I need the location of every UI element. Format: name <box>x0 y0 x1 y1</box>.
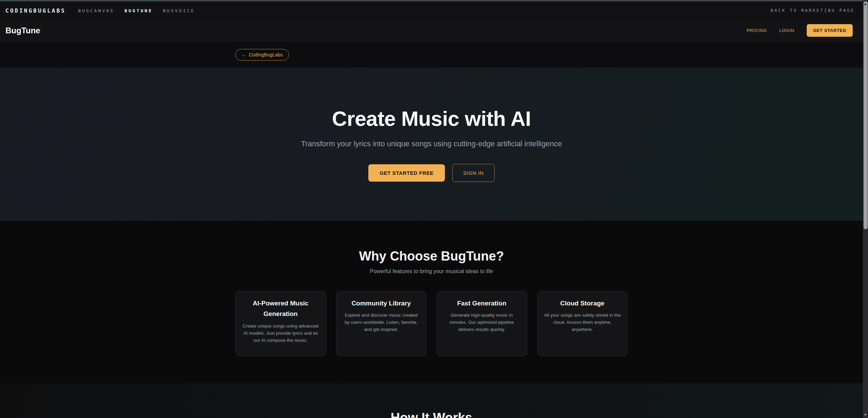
feature-card-description: Explore and discover music created by us… <box>342 312 420 333</box>
breadcrumb-strip: ← CodingBugLabs <box>0 41 863 68</box>
back-to-marketing-link[interactable]: BACK TO MARKETING PAGE <box>771 8 855 13</box>
scrollbar-thumb[interactable] <box>864 1 868 229</box>
pricing-link[interactable]: PRICING <box>746 28 767 33</box>
features-section: Why Choose BugTune? Powerful features to… <box>0 221 863 383</box>
page-content: CODINGBUGLABS BUGCANVAS BUGTUNE BUGVOICE… <box>0 0 863 418</box>
feature-card-title: Cloud Storage <box>544 298 622 308</box>
labs-nav-bar: CODINGBUGLABS BUGCANVAS BUGTUNE BUGVOICE… <box>0 1 863 20</box>
feature-card-title: Fast Generation <box>443 298 521 308</box>
feature-card-title: Community Library <box>342 298 420 308</box>
features-subheading: Powerful features to bring your musical … <box>0 268 863 274</box>
labs-link-bugcanvas[interactable]: BUGCANVAS <box>78 8 114 13</box>
feature-card-description: Generate high-quality music in minutes. … <box>443 312 521 333</box>
scrollbar-down-arrow-icon[interactable] <box>864 414 867 416</box>
app-header-nav: PRICING LOGIN GET STARTED <box>746 24 853 37</box>
feature-card-title: AI-Powered Music Generation <box>242 298 320 319</box>
login-link[interactable]: LOGIN <box>779 28 794 33</box>
feature-card-fast-generation: Fast Generation Generate high-quality mu… <box>436 291 527 356</box>
feature-card-description: Create unique songs using advanced AI mo… <box>242 323 320 344</box>
how-it-works-section: How It Works <box>0 383 863 418</box>
feature-card-description: All your songs are safely stored in the … <box>544 312 622 333</box>
hero-section: Create Music with AI Transform your lyri… <box>0 68 863 221</box>
page: CODINGBUGLABS BUGCANVAS BUGTUNE BUGVOICE… <box>0 0 868 418</box>
labs-link-bugtune[interactable]: BUGTUNE <box>125 8 153 13</box>
breadcrumb-container: ← CodingBugLabs <box>235 49 628 61</box>
scrollbar-up-arrow-icon[interactable] <box>864 3 867 5</box>
get-started-button[interactable]: GET STARTED <box>807 24 853 37</box>
labs-brand[interactable]: CODINGBUGLABS <box>5 7 66 14</box>
how-it-works-heading: How It Works <box>0 411 863 418</box>
back-button-label: CodingBugLabs <box>249 52 283 57</box>
get-started-free-button[interactable]: GET STARTED FREE <box>368 164 445 182</box>
app-header: BugTune PRICING LOGIN GET STARTED <box>0 20 863 41</box>
labs-link-bugvoice[interactable]: BUGVOICE <box>163 8 195 13</box>
sign-in-button[interactable]: SIGN IN <box>452 164 495 182</box>
app-title[interactable]: BugTune <box>5 26 40 35</box>
hero-subtitle: Transform your lyrics into unique songs … <box>301 139 562 148</box>
labs-nav-left: CODINGBUGLABS BUGCANVAS BUGTUNE BUGVOICE <box>5 7 195 14</box>
vertical-scrollbar[interactable] <box>863 0 868 418</box>
feature-card-ai-music: AI-Powered Music Generation Create uniqu… <box>235 291 326 356</box>
labs-links: BUGCANVAS BUGTUNE BUGVOICE <box>78 8 195 13</box>
hero-title: Create Music with AI <box>332 107 531 131</box>
features-heading: Why Choose BugTune? <box>0 249 863 264</box>
hero-actions: GET STARTED FREE SIGN IN <box>368 164 495 182</box>
feature-card-cloud-storage: Cloud Storage All your songs are safely … <box>537 291 628 356</box>
back-to-codingbuglabs-button[interactable]: ← CodingBugLabs <box>235 49 289 61</box>
back-arrow-icon: ← <box>241 52 246 57</box>
feature-cards: AI-Powered Music Generation Create uniqu… <box>235 291 628 356</box>
feature-card-community-library: Community Library Explore and discover m… <box>336 291 427 356</box>
